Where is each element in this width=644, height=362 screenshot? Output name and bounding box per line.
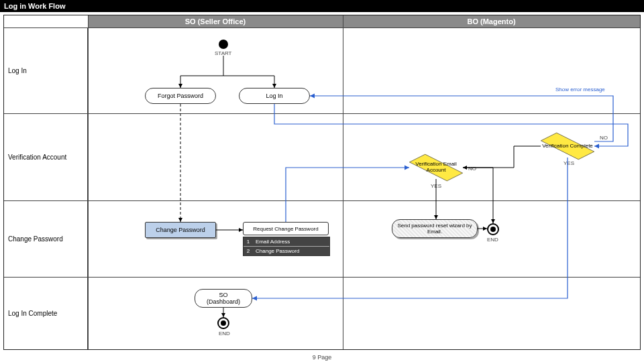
- row-label-verify: Verification Account: [4, 113, 88, 200]
- label-no-1: NO: [600, 135, 608, 141]
- decision-verification-email: Verification Email Account: [409, 156, 463, 179]
- node-forgot-password: Forgot Password: [145, 88, 216, 104]
- row-label-changepw: Change Password: [4, 200, 88, 277]
- title-bar: Log in Work Flow: [0, 0, 644, 12]
- lane-header-bo: BO (Magento): [343, 15, 640, 28]
- row-label-complete: Log In Complete: [4, 277, 88, 349]
- row-label-login: Log In: [4, 27, 88, 113]
- label-show-error: Show error message: [555, 86, 605, 93]
- start-label: START: [215, 50, 231, 56]
- end-node-right: [487, 223, 499, 235]
- lane-header-so: SO (Seller Office): [88, 15, 343, 28]
- end-label-right: END: [487, 237, 498, 243]
- lane-div-1: [88, 15, 89, 349]
- start-node: [219, 40, 228, 49]
- request-change-table: 1Email Address 2Change Password: [243, 237, 330, 256]
- page-footer: 9 Page: [0, 354, 644, 361]
- end-node-bottom: [217, 317, 229, 329]
- node-request-change: Request Change Password: [243, 222, 329, 235]
- label-no-2: NO: [468, 166, 476, 172]
- node-login: Log In: [239, 88, 310, 104]
- node-change-password: Change Password: [145, 222, 216, 238]
- end-label-bottom: END: [219, 330, 230, 337]
- label-yes-1: YES: [564, 160, 574, 166]
- lane-div-2: [343, 15, 343, 349]
- swimlane-diagram: SO (Seller Office) BO (Magento) Log In V…: [3, 15, 641, 350]
- connectors: [4, 15, 641, 351]
- node-so-dashboard: SO (Dashboard): [195, 289, 252, 308]
- decision-verification-complete: Verification Complete: [541, 135, 594, 158]
- lane-header-blank: [4, 15, 88, 28]
- label-yes-2: YES: [431, 183, 441, 189]
- node-send-reset-email: Send password reset wizard by Email.: [392, 219, 478, 238]
